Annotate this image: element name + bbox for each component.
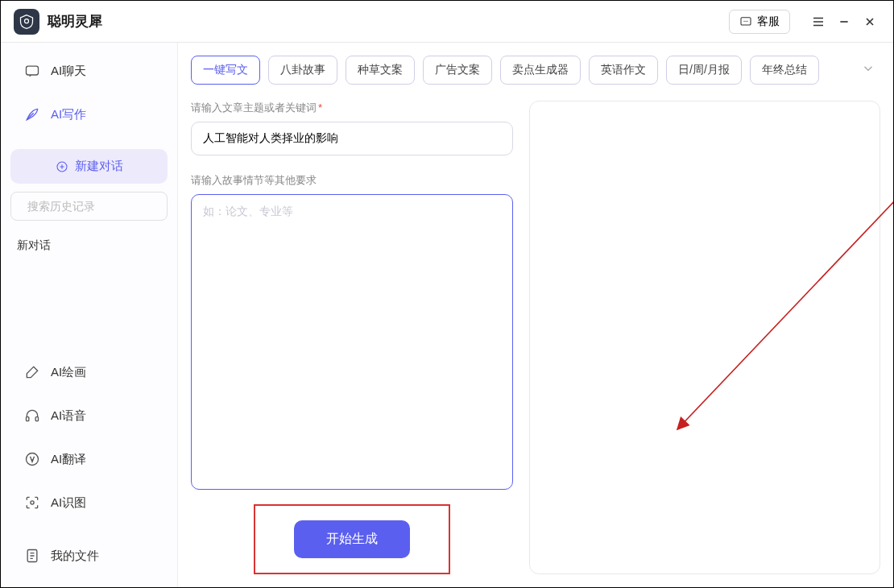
sidebar-item-write[interactable]: AI写作 xyxy=(10,94,168,135)
sidebar-item-chat[interactable]: AI聊天 xyxy=(10,51,168,91)
minimize-button[interactable] xyxy=(834,11,855,32)
new-chat-button[interactable]: 新建对话 xyxy=(10,149,168,184)
generate-highlight-box: 开始生成 xyxy=(254,504,450,574)
main-panel: 一键写文 八卦故事 种草文案 广告文案 卖点生成器 英语作文 日/周/月报 年终… xyxy=(178,43,893,587)
svg-point-3 xyxy=(745,20,746,21)
svg-rect-9 xyxy=(35,417,38,421)
menu-button[interactable] xyxy=(808,11,829,32)
category-tab-0[interactable]: 一键写文 xyxy=(191,56,260,85)
file-icon xyxy=(23,547,41,565)
image-scan-icon xyxy=(23,494,41,511)
category-tab-3[interactable]: 广告文案 xyxy=(423,56,492,85)
headphone-icon xyxy=(23,407,41,424)
detail-textarea[interactable] xyxy=(191,194,513,490)
svg-point-2 xyxy=(743,20,744,21)
topic-input[interactable] xyxy=(191,122,513,155)
output-panel xyxy=(529,101,880,574)
category-tab-7[interactable]: 年终总结 xyxy=(750,56,819,85)
brush-icon xyxy=(23,363,41,381)
sidebar-item-translate[interactable]: AI翻译 xyxy=(10,439,168,479)
titlebar: 聪明灵犀 客服 xyxy=(1,1,893,43)
close-button[interactable] xyxy=(859,11,880,32)
svg-point-4 xyxy=(747,20,747,21)
sidebar-item-draw[interactable]: AI绘画 xyxy=(10,352,168,392)
svg-rect-5 xyxy=(27,66,39,75)
generate-button[interactable]: 开始生成 xyxy=(294,520,410,558)
history-item[interactable]: 新对话 xyxy=(10,229,168,263)
category-tab-2[interactable]: 种草文案 xyxy=(346,56,415,85)
search-box[interactable] xyxy=(10,192,168,221)
app-title: 聪明灵犀 xyxy=(48,12,102,31)
category-row: 一键写文 八卦故事 种草文案 广告文案 卖点生成器 英语作文 日/周/月报 年终… xyxy=(191,56,880,85)
category-tab-5[interactable]: 英语作文 xyxy=(589,56,658,85)
category-expand-button[interactable] xyxy=(856,56,880,84)
translate-icon xyxy=(23,450,41,468)
detail-label: 请输入故事情节等其他要求 xyxy=(191,173,513,188)
search-input[interactable] xyxy=(27,200,168,213)
minimize-icon xyxy=(838,15,851,28)
svg-point-11 xyxy=(31,501,34,504)
svg-point-0 xyxy=(25,19,29,23)
svg-point-10 xyxy=(27,453,39,466)
sidebar-item-label: AI语音 xyxy=(51,408,86,424)
svg-rect-8 xyxy=(27,417,29,421)
sidebar-item-label: AI写作 xyxy=(51,107,86,122)
menu-icon xyxy=(811,14,826,29)
form-column: 请输入文章主题或者关键词* 请输入故事情节等其他要求 开始生成 xyxy=(191,101,513,574)
sidebar-item-voice[interactable]: AI语音 xyxy=(10,395,168,436)
chat-icon xyxy=(739,15,752,28)
feather-icon xyxy=(23,106,41,123)
new-chat-label: 新建对话 xyxy=(75,159,123,174)
sidebar-item-label: AI翻译 xyxy=(51,452,86,467)
app-logo xyxy=(14,9,39,35)
plus-circle-icon xyxy=(56,160,68,173)
sidebar-item-label: 我的文件 xyxy=(51,549,99,564)
category-tab-6[interactable]: 日/周/月报 xyxy=(666,56,742,85)
sidebar-item-files[interactable]: 我的文件 xyxy=(10,536,168,576)
category-tab-4[interactable]: 卖点生成器 xyxy=(500,56,581,85)
chevron-down-icon xyxy=(861,61,875,76)
support-button[interactable]: 客服 xyxy=(729,10,790,34)
support-label: 客服 xyxy=(757,14,780,29)
sidebar: AI聊天 AI写作 新建对话 新对话 AI绘画 AI语 xyxy=(1,43,178,587)
chat-icon xyxy=(23,62,41,80)
topic-label: 请输入文章主题或者关键词* xyxy=(191,101,513,115)
logo-icon xyxy=(19,14,35,30)
sidebar-item-label: AI聊天 xyxy=(51,64,86,79)
close-icon xyxy=(863,15,876,28)
sidebar-item-label: AI识图 xyxy=(51,495,86,511)
category-tab-1[interactable]: 八卦故事 xyxy=(268,56,337,85)
sidebar-item-label: AI绘画 xyxy=(51,365,86,380)
sidebar-item-vision[interactable]: AI识图 xyxy=(10,482,168,523)
